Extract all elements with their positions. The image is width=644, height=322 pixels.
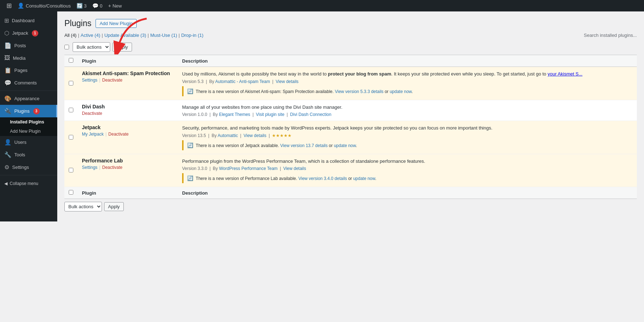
jetpack-my-jetpack-link[interactable]: My Jetpack [82,132,104,137]
akismet-settings-link[interactable]: Settings [82,78,97,83]
wp-logo-button[interactable]: ⊞ [4,0,15,11]
site-name-button[interactable]: 👤 Consultio/Consultious [15,0,74,11]
sidebar-sub-installed-plugins[interactable]: Installed Plugins [0,117,57,127]
filter-active[interactable]: Active (4) [80,33,100,38]
akismet-update-notice: 🔄 There is a new version of Akismet Anti… [182,86,633,96]
posts-icon: 📄 [4,42,11,49]
jetpack-view-details-link[interactable]: View details [244,133,267,138]
performance-lab-name: Performance Lab [82,158,174,164]
sidebar-item-label: Plugins [14,108,30,114]
select-all-top-checkbox[interactable] [64,45,69,49]
comments-icon: 💬 [4,79,11,86]
site-name-text: Consultio/Consultious [26,3,71,9]
plugin-row-divi-dash: Divi Dash Deactivate Manage all of your … [64,100,637,121]
jetpack-checkbox[interactable] [69,135,73,140]
filter-must-use[interactable]: Must-Use (1) [150,33,177,38]
akismet-author-link[interactable]: Automattic - Anti-spam Team [215,79,270,84]
divi-dash-visit-site-link[interactable]: Visit plugin site [256,112,284,117]
performance-lab-view-version-link[interactable]: View version 3.4.0 details [298,176,347,181]
jetpack-actions: My Jetpack | Deactivate [82,132,174,137]
comments-button[interactable]: 💬 0 [89,0,105,11]
jetpack-deactivate-link[interactable]: Deactivate [108,132,129,137]
apply-button-top[interactable]: Apply [112,43,132,52]
performance-lab-update-notice: 🔄 There is a new version of Performance … [182,173,633,183]
akismet-update-now-link[interactable]: update now [390,89,411,94]
sidebar-sub-add-new-plugin[interactable]: Add New Plugin [0,127,57,136]
apply-button-bottom[interactable]: Apply [104,202,124,211]
sidebar-item-dashboard[interactable]: ⊞ Dashboard [0,14,57,27]
sidebar-item-plugins[interactable]: 🔌 Plugins 3 [0,105,57,117]
akismet-name: Akismet Anti-spam: Spam Protection [82,70,174,76]
plugins-badge: 3 [33,108,40,114]
performance-lab-checkbox[interactable] [69,168,73,172]
performance-lab-description: Performance plugin from the WordPress Pe… [182,158,633,165]
col-footer-description: Description [178,187,637,199]
add-new-plugin-button[interactable]: Add New Plugin [96,19,137,28]
jetpack-icon: ⬡ [4,30,9,36]
akismet-view-version-link[interactable]: View version 5.3.3 details [335,89,384,94]
sidebar-item-posts[interactable]: 📄 Posts [0,39,57,52]
sidebar-item-comments[interactable]: 💬 Comments [0,77,57,89]
akismet-deactivate-link[interactable]: Deactivate [102,78,122,83]
filter-update-available[interactable]: Update Available (3) [104,33,146,38]
divi-dash-checkbox[interactable] [69,108,73,112]
performance-lab-deactivate-link[interactable]: Deactivate [102,165,122,170]
sidebar-item-pages[interactable]: 📋 Pages [0,64,57,77]
akismet-view-details-link[interactable]: View details [276,79,299,84]
sidebar-item-jetpack[interactable]: ⬡ Jetpack 1 [0,27,57,39]
plugin-row-jetpack: Jetpack My Jetpack | Deactivate Security… [64,121,637,154]
sidebar-item-users[interactable]: 👤 Users [0,136,57,148]
jetpack-description: Security, performance, and marketing too… [182,125,633,132]
collapse-icon: ◀ [4,181,8,186]
jetpack-stars: ★★★★★ [272,133,292,138]
jetpack-view-version-link[interactable]: View version 13.7 details [280,143,328,148]
select-all-header-checkbox[interactable] [69,58,73,63]
filter-links: All (4) | Active (4) | Update Available … [64,33,637,38]
new-content-button[interactable]: + New [105,0,125,11]
update-icon-jetpack: 🔄 [187,142,193,148]
sidebar-item-label: Tools [14,152,25,157]
collapse-menu-button[interactable]: ◀ Collapse menu [0,178,57,189]
updates-count: 3 [84,3,87,9]
performance-lab-settings-link[interactable]: Settings [82,165,97,170]
bottom-header-row: Plugin Description [64,187,637,199]
col-header-checkbox [64,55,78,67]
select-all-bottom-checkbox[interactable] [69,190,73,195]
akismet-desc-link[interactable]: your Akismet S... [547,71,582,77]
new-label: New [112,3,122,9]
main-content: Plugins Add New Plugin All (4) | Active … [57,11,644,221]
sidebar-item-settings[interactable]: ⚙ Settings [0,161,57,174]
sidebar-item-label: Comments [14,80,37,86]
tools-icon: 🔧 [4,151,11,158]
performance-lab-update-now-link[interactable]: update now [353,176,375,181]
performance-lab-author-link[interactable]: WordPress Performance Team [219,166,278,171]
filter-all[interactable]: All (4) [64,33,77,38]
collapse-label: Collapse menu [10,181,38,186]
sidebar-item-tools[interactable]: 🔧 Tools [0,148,57,161]
bulk-actions-select-bottom[interactable]: Bulk actions Activate Deactivate Delete … [64,202,102,211]
jetpack-author-link[interactable]: Automattic [218,133,238,138]
jetpack-update-now-link[interactable]: update now [334,143,356,148]
plugins-submenu: Installed Plugins Add New Plugin [0,117,57,136]
plus-icon: + [108,3,111,9]
performance-lab-meta: Version 3.3.0 | By WordPress Performance… [182,166,633,171]
plugins-icon: 🔌 [4,108,11,114]
divi-dash-author-link[interactable]: Elegant Themes [219,112,250,117]
sidebar-item-media[interactable]: 🖼 Media [0,52,57,64]
col-footer-plugin: Plugin [78,187,178,199]
appearance-icon: 🎨 [4,95,11,102]
performance-lab-view-details-link[interactable]: View details [283,166,306,171]
akismet-checkbox[interactable] [69,81,73,86]
filter-drop-in[interactable]: Drop-in (1) [181,33,203,38]
updates-button[interactable]: 🔄 3 [74,0,89,11]
plugin-table: Plugin Description Akismet Anti-spam: Sp… [64,55,637,199]
bulk-actions-select-top[interactable]: Bulk actions Activate Deactivate Delete … [73,42,110,52]
sidebar-item-appearance[interactable]: 🎨 Appearance [0,92,57,105]
sidebar-item-label: Jetpack [12,30,28,36]
sidebar-item-label: Dashboard [12,18,35,23]
sidebar-divider [0,91,57,91]
divi-dash-deactivate-link[interactable]: Deactivate [82,111,102,116]
divi-dash-connection-link[interactable]: Divi Dash Connection [290,112,331,117]
akismet-meta: Version 5.3 | By Automattic - Anti-spam … [182,79,633,84]
divi-dash-actions: Deactivate [82,111,174,116]
